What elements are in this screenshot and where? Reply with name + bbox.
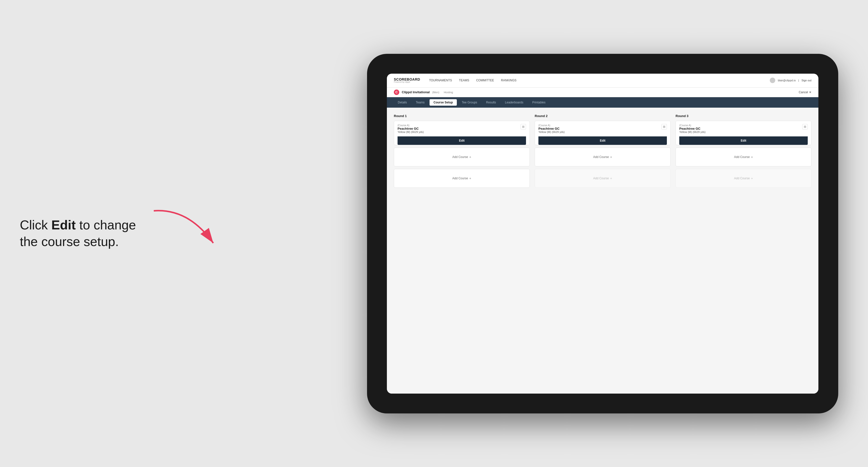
course-name-r2: Peachtree GC — [538, 127, 565, 130]
add-course-label-r2-1: Add Course + — [593, 155, 612, 159]
tab-leaderboards[interactable]: Leaderboards — [501, 99, 527, 106]
cancel-icon: ✕ — [809, 91, 811, 94]
nav-separator: | — [798, 79, 799, 82]
course-card-header: (Course A) Peachtree GC Yellow (M) (6629… — [398, 124, 526, 133]
round-1-course-card: (Course A) Peachtree GC Yellow (M) (6629… — [394, 121, 530, 145]
tab-course-setup[interactable]: Course Setup — [430, 99, 457, 106]
add-course-text: Add Course — [452, 155, 468, 159]
arrow-indicator — [139, 204, 233, 258]
user-email: blair@clippd.io — [778, 79, 796, 82]
add-course-text-r3-2: Add Course — [734, 177, 750, 180]
add-course-label-r2-2: Add Course + — [593, 176, 612, 180]
round-1-title: Round 1 — [394, 114, 530, 118]
add-course-text-r3-1: Add Course — [734, 155, 750, 159]
instruction-text: Click Edit to change the course setup. — [20, 217, 149, 250]
add-course-card-r2-2: Add Course + — [535, 169, 671, 188]
course-detail-r3: Yellow (M) (6629 yds) — [679, 130, 706, 133]
add-course-card-r1-1[interactable]: Add Course + — [394, 148, 530, 166]
user-avatar — [770, 77, 775, 83]
main-content: Round 1 (Course A) Peachtree GC Yellow (… — [387, 107, 818, 394]
round-2-title: Round 2 — [535, 114, 671, 118]
add-course-card-r2-1[interactable]: Add Course + — [535, 148, 671, 166]
clippd-logo: C — [394, 90, 399, 95]
round-2-column: Round 2 (Course A) Peachtree GC Yellow (… — [535, 114, 671, 190]
nav-teams[interactable]: TEAMS — [459, 79, 469, 82]
round-1-column: Round 1 (Course A) Peachtree GC Yellow (… — [394, 114, 530, 190]
scoreboard-logo: SCOREBOARD Powered by clippd — [394, 77, 420, 83]
course-info-r2: (Course A) Peachtree GC Yellow (M) (6629… — [538, 124, 565, 133]
logo-main: SCOREBOARD — [394, 77, 420, 81]
tablet-device: SCOREBOARD Powered by clippd TOURNAMENTS… — [367, 54, 838, 413]
course-name-r3: Peachtree GC — [679, 127, 706, 130]
add-course-label-r3-1: Add Course + — [734, 155, 753, 159]
edit-course-button-r1[interactable]: Edit — [398, 136, 526, 145]
tabs-bar: Details Teams Course Setup Tee Groups Re… — [387, 97, 818, 107]
add-course-label-2: Add Course + — [452, 176, 471, 180]
instruction-bold: Edit — [51, 218, 75, 232]
hosting-badge: Hosting — [444, 91, 453, 94]
add-course-card-r3-2: Add Course + — [676, 169, 811, 188]
round-3-column: Round 3 (Course A) Peachtree GC Yellow (… — [676, 114, 811, 190]
plus-icon-r2-1: + — [610, 155, 612, 159]
nav-committee[interactable]: COMMITTEE — [476, 79, 494, 82]
tab-tee-groups[interactable]: Tee Groups — [458, 99, 481, 106]
tournament-name: Clippd Invitational — [402, 90, 430, 94]
plus-icon-r3-1: + — [751, 155, 753, 159]
tab-printables[interactable]: Printables — [528, 99, 549, 106]
logo-sub: Powered by clippd — [394, 81, 420, 83]
add-course-label-r3-2: Add Course + — [734, 176, 753, 180]
edit-course-button-r2[interactable]: Edit — [538, 136, 667, 145]
tab-results[interactable]: Results — [482, 99, 500, 106]
nav-links: TOURNAMENTS TEAMS COMMITTEE RANKINGS — [429, 79, 516, 82]
add-course-text-r2-1: Add Course — [593, 155, 609, 159]
tab-details[interactable]: Details — [394, 99, 411, 106]
delete-course-button-r2[interactable]: ⊞ — [661, 124, 667, 129]
top-nav: SCOREBOARD Powered by clippd TOURNAMENTS… — [387, 74, 818, 88]
nav-right: blair@clippd.io | Sign out — [770, 77, 811, 83]
add-course-card-r3-1[interactable]: Add Course + — [676, 148, 811, 166]
plus-icon-2: + — [469, 176, 471, 180]
nav-tournaments[interactable]: TOURNAMENTS — [429, 79, 452, 82]
plus-icon: + — [469, 155, 471, 159]
course-name: Peachtree GC — [398, 127, 424, 130]
instruction-prefix: Click — [20, 218, 51, 232]
cancel-button[interactable]: Cancel ✕ — [799, 91, 811, 94]
sub-header-left: C Clippd Invitational (Men) Hosting — [394, 90, 453, 95]
edit-course-button-r3[interactable]: Edit — [679, 136, 808, 145]
rounds-container: Round 1 (Course A) Peachtree GC Yellow (… — [394, 114, 811, 190]
delete-course-button[interactable]: ⊞ — [521, 124, 526, 129]
sub-header: C Clippd Invitational (Men) Hosting Canc… — [387, 88, 818, 97]
tournament-gender: (Men) — [432, 91, 439, 94]
course-info-r3: (Course A) Peachtree GC Yellow (M) (6629… — [679, 124, 706, 133]
plus-icon-r3-2: + — [751, 176, 753, 180]
delete-course-button-r3[interactable]: ⊞ — [802, 124, 808, 129]
course-label-r3: (Course A) — [679, 124, 706, 127]
sign-out-link[interactable]: Sign out — [802, 79, 811, 82]
course-card-header-r2: (Course A) Peachtree GC Yellow (M) (6629… — [538, 124, 667, 133]
cancel-label: Cancel — [799, 91, 808, 94]
plus-icon-r2-2: + — [610, 176, 612, 180]
round-3-course-card: (Course A) Peachtree GC Yellow (M) (6629… — [676, 121, 811, 145]
round-3-title: Round 3 — [676, 114, 811, 118]
add-course-label: Add Course + — [452, 155, 471, 159]
add-course-text-2: Add Course — [452, 177, 468, 180]
tab-teams[interactable]: Teams — [412, 99, 429, 106]
course-detail-r2: Yellow (M) (6629 yds) — [538, 130, 565, 133]
add-course-card-r1-2[interactable]: Add Course + — [394, 169, 530, 188]
course-label: (Course A) — [398, 124, 424, 127]
add-course-text-r2-2: Add Course — [593, 177, 609, 180]
course-card-header-r3: (Course A) Peachtree GC Yellow (M) (6629… — [679, 124, 808, 133]
tablet-screen: SCOREBOARD Powered by clippd TOURNAMENTS… — [387, 74, 818, 394]
course-label-r2: (Course A) — [538, 124, 565, 127]
course-detail: Yellow (M) (6629 yds) — [398, 130, 424, 133]
nav-rankings[interactable]: RANKINGS — [501, 79, 517, 82]
round-2-course-card: (Course A) Peachtree GC Yellow (M) (6629… — [535, 121, 671, 145]
course-info: (Course A) Peachtree GC Yellow (M) (6629… — [398, 124, 424, 133]
nav-left: SCOREBOARD Powered by clippd TOURNAMENTS… — [394, 77, 517, 83]
